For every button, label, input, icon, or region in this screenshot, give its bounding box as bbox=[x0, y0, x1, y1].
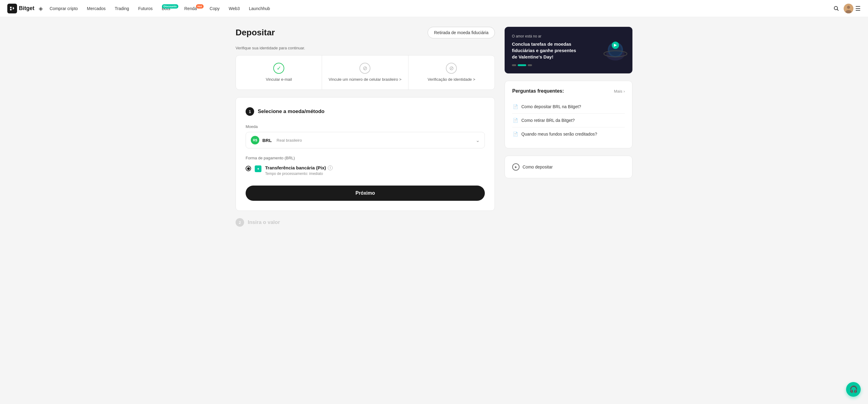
faq-item-3[interactable]: 📄 Quando meus fundos serão creditados? bbox=[512, 127, 625, 141]
next-button[interactable]: Próximo bbox=[246, 185, 485, 201]
faq-card: Perguntas frequentes: Mais › 📄 Como depo… bbox=[505, 81, 632, 148]
step1-card: 1 Selecione a moeda/método Moeda R$ BRL … bbox=[236, 97, 495, 211]
verify-identity-step[interactable]: ⊘ Verificação de identidade > bbox=[408, 55, 495, 90]
svg-line-1 bbox=[837, 9, 839, 11]
payment-option-pix[interactable]: ✦ Transferência bancária (Pix) i Tempo d… bbox=[246, 164, 485, 177]
payment-info-icon[interactable]: i bbox=[328, 166, 333, 170]
verify-phone-label: Vincule um número de celular brasileiro … bbox=[329, 77, 401, 82]
verify-hint: Verifique sua identidade para continuar. bbox=[236, 46, 495, 50]
page-container: Depositar Retirada de moeda fiduciária V… bbox=[221, 17, 647, 236]
diamond-icon[interactable]: ◈ bbox=[39, 5, 43, 12]
brl-icon: R$ bbox=[251, 136, 259, 144]
nav-copy[interactable]: Copy bbox=[206, 4, 223, 13]
currency-code: BRL bbox=[262, 138, 272, 143]
how-to-text: Como depositar bbox=[523, 165, 553, 169]
page-header: Depositar Retirada de moeda fiduciária bbox=[236, 27, 495, 38]
search-button[interactable] bbox=[831, 3, 842, 14]
hamburger-icon[interactable]: ☰ bbox=[855, 5, 861, 12]
payment-sub: Tempo de processamento: imediato bbox=[265, 172, 333, 176]
phone-block-icon: ⊘ bbox=[360, 63, 370, 74]
nav-renda[interactable]: Renda Hot bbox=[181, 4, 204, 13]
radio-pix bbox=[246, 166, 251, 171]
faq-text-1: Como depositar BRL na Bitget? bbox=[521, 104, 581, 109]
doc-icon-2: 📄 bbox=[512, 117, 518, 123]
step2-number: 2 bbox=[236, 218, 244, 227]
svg-point-3 bbox=[847, 6, 850, 9]
avatar[interactable] bbox=[844, 4, 854, 13]
logo[interactable]: Bitget bbox=[7, 4, 34, 13]
promo-dots bbox=[512, 64, 625, 66]
faq-more-label: Mais bbox=[614, 89, 622, 93]
pix-icon: ✦ bbox=[255, 166, 261, 172]
step1-number: 1 bbox=[246, 107, 254, 116]
faq-title: Perguntas frequentes: bbox=[512, 88, 564, 94]
verify-phone-step[interactable]: ⊘ Vincule um número de celular brasileir… bbox=[322, 55, 408, 90]
faq-text-3: Quando meus fundos serão creditados? bbox=[521, 132, 597, 137]
verify-email-step[interactable]: ✓ Vincular e-mail bbox=[236, 55, 322, 90]
nav-trading[interactable]: Trading bbox=[111, 4, 133, 13]
left-column: Depositar Retirada de moeda fiduciária V… bbox=[236, 27, 495, 227]
faq-text-2: Como retirar BRL da Bitget? bbox=[521, 118, 575, 123]
bots-badge: Discounts bbox=[162, 4, 178, 9]
nav-web3[interactable]: Web3 bbox=[225, 4, 243, 13]
step1-title: Selecione a moeda/método bbox=[258, 109, 324, 115]
nav-launchhub[interactable]: Launchhub bbox=[245, 4, 274, 13]
verify-identity-label: Verificação de identidade > bbox=[428, 77, 475, 82]
svg-point-0 bbox=[834, 6, 838, 10]
faq-more-chevron: › bbox=[624, 89, 625, 93]
how-to-deposit[interactable]: ▶ Como depositar bbox=[512, 163, 625, 171]
fiat-withdraw-button[interactable]: Retirada de moeda fiduciária bbox=[428, 27, 495, 38]
nav-futuros[interactable]: Futuros bbox=[134, 4, 156, 13]
faq-header: Perguntas frequentes: Mais › bbox=[512, 88, 625, 94]
doc-icon-3: 📄 bbox=[512, 131, 518, 137]
chevron-down-icon: ⌄ bbox=[476, 137, 479, 143]
how-to-card: ▶ Como depositar bbox=[505, 156, 632, 178]
promo-headline: Conclua tarefas de moedas fiduciárias e … bbox=[512, 41, 579, 60]
right-column: O amor está no ar Conclua tarefas de moe… bbox=[505, 27, 632, 227]
identity-block-icon: ⊘ bbox=[446, 63, 457, 74]
promo-dot-2 bbox=[518, 64, 526, 66]
promo-banner[interactable]: O amor está no ar Conclua tarefas de moe… bbox=[505, 27, 632, 74]
renda-badge: Hot bbox=[196, 4, 204, 9]
nav-bots[interactable]: Bots Discounts bbox=[158, 4, 179, 13]
promo-graphic bbox=[597, 36, 627, 64]
email-check-icon: ✓ bbox=[273, 63, 284, 74]
step2-section: 2 Insira o valor bbox=[236, 218, 495, 227]
currency-select[interactable]: R$ BRL Real brasileiro ⌄ bbox=[246, 132, 485, 148]
currency-name: Real brasileiro bbox=[277, 138, 302, 143]
promo-dot-3 bbox=[528, 64, 532, 66]
play-icon: ▶ bbox=[512, 163, 520, 171]
faq-more-button[interactable]: Mais › bbox=[614, 89, 625, 93]
faq-item-1[interactable]: 📄 Como depositar BRL na Bitget? bbox=[512, 100, 625, 114]
verify-email-label: Vincular e-mail bbox=[266, 77, 292, 82]
logo-text: Bitget bbox=[19, 5, 34, 11]
step1-header: 1 Selecione a moeda/método bbox=[246, 107, 485, 116]
currency-label: Moeda bbox=[246, 124, 485, 129]
step2-title: Insira o valor bbox=[248, 219, 280, 226]
page-title: Depositar bbox=[236, 28, 275, 37]
nav-comprar-cripto[interactable]: Comprar cripto bbox=[46, 4, 82, 13]
nav-mercados[interactable]: Mercados bbox=[83, 4, 109, 13]
payment-method-label: Forma de pagamento (BRL) bbox=[246, 156, 485, 160]
verification-steps: ✓ Vincular e-mail ⊘ Vincule um número de… bbox=[236, 55, 495, 90]
logo-icon bbox=[7, 4, 17, 13]
navbar: Bitget ◈ Comprar cripto Mercados Trading… bbox=[0, 0, 868, 17]
payment-name-text: Transferência bancária (Pix) bbox=[265, 165, 326, 170]
doc-icon-1: 📄 bbox=[512, 104, 518, 110]
faq-item-2[interactable]: 📄 Como retirar BRL da Bitget? bbox=[512, 114, 625, 127]
promo-dot-1 bbox=[512, 64, 516, 66]
